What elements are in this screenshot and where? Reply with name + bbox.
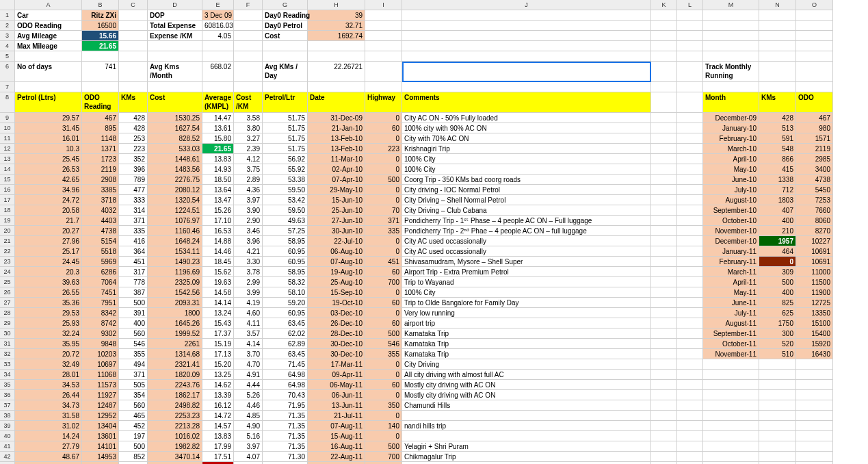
cell-C16[interactable]: 477 xyxy=(119,185,148,195)
cell-O33[interactable] xyxy=(796,359,833,370)
cell-A35[interactable]: 34.53 xyxy=(15,380,82,390)
cell-A33[interactable]: 32.49 xyxy=(15,359,82,370)
cell-M26[interactable]: May-11 xyxy=(703,287,759,298)
cell-F21[interactable]: 3.96 xyxy=(234,236,263,246)
cell-H14[interactable]: 02-Apr-10 xyxy=(308,164,365,175)
cell-L36[interactable] xyxy=(677,390,703,400)
row-42[interactable]: 42 xyxy=(0,452,15,462)
cell-B18[interactable]: 4032 xyxy=(82,205,119,216)
cell-A41[interactable]: 27.79 xyxy=(15,441,82,452)
hdr-H[interactable]: Date xyxy=(308,92,365,113)
cell-H6[interactable]: 22.26721 xyxy=(308,62,365,82)
cell-A24[interactable]: 20.3 xyxy=(15,267,82,277)
cell-N42[interactable] xyxy=(759,452,796,462)
cell-O24[interactable]: 11000 xyxy=(796,267,833,277)
cell-M12[interactable]: March-10 xyxy=(703,144,759,154)
cell-L40[interactable] xyxy=(677,431,703,441)
cell-K14[interactable] xyxy=(651,164,677,175)
cell-K36[interactable] xyxy=(651,390,677,400)
cell-J9[interactable]: City AC ON - 50% Fully loaded xyxy=(402,113,651,123)
cell-H23[interactable]: 07-Aug-10 xyxy=(308,257,365,267)
cell-F35[interactable]: 4.44 xyxy=(234,380,263,390)
cell-K15[interactable] xyxy=(651,175,677,185)
cell-O12[interactable]: 2119 xyxy=(796,144,833,154)
cell-N35[interactable] xyxy=(759,380,796,390)
cell-I29[interactable]: 60 xyxy=(365,318,402,328)
cell-A37[interactable]: 34.73 xyxy=(15,400,82,411)
cell-F13[interactable]: 4.12 xyxy=(234,154,263,164)
cell-E15[interactable]: 18.50 xyxy=(202,175,234,185)
cell-K4[interactable] xyxy=(651,41,677,51)
cell-E17[interactable]: 13.47 xyxy=(202,195,234,205)
cell-M40[interactable] xyxy=(703,431,759,441)
cell-E7[interactable] xyxy=(202,82,234,92)
cell-J18[interactable]: City Driving – Club Cabana xyxy=(402,205,651,216)
cell-N5[interactable] xyxy=(759,51,796,62)
row-21[interactable]: 21 xyxy=(0,236,15,246)
cell-G42[interactable]: 71.30 xyxy=(263,452,308,462)
cell-D22[interactable]: 1534.11 xyxy=(148,246,202,257)
cell-L22[interactable] xyxy=(677,246,703,257)
cell-N37[interactable] xyxy=(759,400,796,411)
cell-H17[interactable]: 15-Jun-10 xyxy=(308,195,365,205)
cell-E2[interactable]: 60816.03 xyxy=(202,21,234,31)
cell-O2[interactable] xyxy=(796,21,833,31)
cell-A11[interactable]: 16.01 xyxy=(15,133,82,144)
hdr-M[interactable]: Month xyxy=(703,92,759,113)
cell-H1[interactable]: 39 xyxy=(308,10,365,21)
cell-A4[interactable]: Max Mileage xyxy=(15,41,82,51)
cell-F9[interactable]: 3.58 xyxy=(234,113,263,123)
cell-J25[interactable]: Trip to Wayanad xyxy=(402,277,651,287)
cell-J17[interactable]: City Driving – Shell Normal Petrol xyxy=(402,195,651,205)
cell-B34[interactable]: 11068 xyxy=(82,370,119,380)
cell-E11[interactable]: 15.80 xyxy=(202,133,234,144)
cell-K2[interactable] xyxy=(651,21,677,31)
cell-L28[interactable] xyxy=(677,308,703,318)
cell-N28[interactable]: 625 xyxy=(759,308,796,318)
row-38[interactable]: 38 xyxy=(0,411,15,421)
cell-F6[interactable] xyxy=(234,62,263,82)
cell-K7[interactable] xyxy=(651,82,677,92)
cell-G28[interactable]: 60.95 xyxy=(263,308,308,318)
cell-J16[interactable]: City driving - IOC Normal Petrol xyxy=(402,185,651,195)
cell-E21[interactable]: 14.88 xyxy=(202,236,234,246)
cell-E5[interactable] xyxy=(202,51,234,62)
cell-K37[interactable] xyxy=(651,400,677,411)
cell-F22[interactable]: 4.21 xyxy=(234,246,263,257)
cell-L27[interactable] xyxy=(677,298,703,308)
cell-B24[interactable]: 6286 xyxy=(82,267,119,277)
cell-E35[interactable]: 14.62 xyxy=(202,380,234,390)
cell-F32[interactable]: 3.70 xyxy=(234,349,263,359)
cell-K39[interactable] xyxy=(651,421,677,431)
cell-D19[interactable]: 1076.97 xyxy=(148,216,202,226)
cell-I2[interactable] xyxy=(365,21,402,31)
cell-K10[interactable] xyxy=(651,123,677,133)
cell-H36[interactable]: 06-Jun-11 xyxy=(308,390,365,400)
cell-K35[interactable] xyxy=(651,380,677,390)
cell-M10[interactable]: January-10 xyxy=(703,123,759,133)
cell-G38[interactable]: 71.35 xyxy=(263,411,308,421)
cell-D18[interactable]: 1224.51 xyxy=(148,205,202,216)
row-14[interactable]: 14 xyxy=(0,164,15,175)
cell-D5[interactable] xyxy=(148,51,202,62)
cell-D40[interactable]: 1016.02 xyxy=(148,431,202,441)
cell-G15[interactable]: 53.38 xyxy=(263,175,308,185)
cell-H32[interactable]: 30-Dec-10 xyxy=(308,349,365,359)
cell-A9[interactable]: 29.57 xyxy=(15,113,82,123)
row-35[interactable]: 35 xyxy=(0,380,15,390)
cell-O1[interactable] xyxy=(796,10,833,21)
cell-N18[interactable]: 407 xyxy=(759,205,796,216)
cell-G16[interactable]: 59.50 xyxy=(263,185,308,195)
cell-I27[interactable]: 60 xyxy=(365,298,402,308)
row-13[interactable]: 13 xyxy=(0,154,15,164)
cell-J21[interactable]: City AC used occassionally xyxy=(402,236,651,246)
cell-A26[interactable]: 26.55 xyxy=(15,287,82,298)
cell-N40[interactable] xyxy=(759,431,796,441)
cell-L25[interactable] xyxy=(677,277,703,287)
cell-O9[interactable]: 467 xyxy=(796,113,833,123)
cell-K41[interactable] xyxy=(651,441,677,452)
cell-H35[interactable]: 06-May-11 xyxy=(308,380,365,390)
cell-J1[interactable] xyxy=(402,10,651,21)
row-37[interactable]: 37 xyxy=(0,400,15,411)
cell-J4[interactable] xyxy=(402,41,651,51)
